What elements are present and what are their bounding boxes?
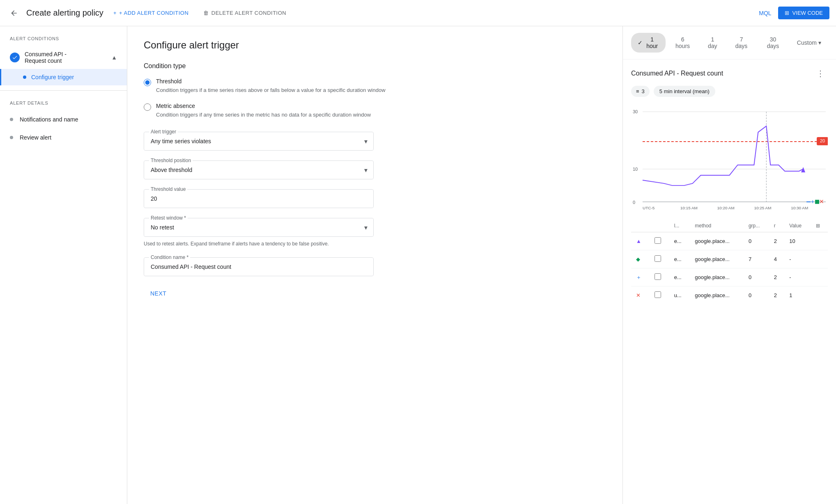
right-panel: ✓ 1 hour 6 hours 1 day 7 days 30 days Cu… bbox=[622, 26, 836, 504]
row-checkbox-2[interactable] bbox=[655, 255, 661, 262]
checkbox-cell bbox=[650, 250, 669, 268]
configure-trigger-label: Configure trigger bbox=[31, 74, 74, 80]
bullet-dot-icon bbox=[10, 118, 13, 121]
alert-trigger-select[interactable]: Any time series violates All time series… bbox=[144, 132, 373, 150]
bullet-dot-icon-2 bbox=[10, 136, 13, 139]
next-button[interactable]: NEXT bbox=[144, 286, 173, 301]
retest-window-select-wrapper: No retest 5 minutes 10 minutes 30 minute… bbox=[144, 218, 373, 236]
add-condition-button[interactable]: + + ADD ALERT CONDITION bbox=[108, 7, 193, 19]
time-bar: ✓ 1 hour 6 hours 1 day 7 days 30 days Cu… bbox=[623, 26, 836, 60]
minibar-cell bbox=[811, 232, 828, 250]
condition-type-radio-group: Threshold Condition triggers if a time s… bbox=[144, 78, 606, 119]
checkbox-cell bbox=[650, 268, 669, 286]
method-cell: google.place... bbox=[690, 232, 744, 250]
condition-name-wrapper: Condition name * bbox=[144, 257, 374, 276]
sidebar-item-configure-trigger[interactable]: Configure trigger bbox=[0, 69, 127, 85]
threshold-option: Threshold Condition triggers if a time s… bbox=[144, 78, 606, 94]
threshold-position-field: Threshold position Above threshold Below… bbox=[144, 160, 374, 179]
time-btn-30days[interactable]: 30 days bbox=[757, 33, 789, 53]
svg-text:10:20 AM: 10:20 AM bbox=[717, 206, 735, 210]
check-circle-icon bbox=[10, 53, 20, 62]
alert-trigger-wrapper: Alert trigger Any time series violates A… bbox=[144, 132, 374, 151]
svg-text:+: + bbox=[811, 198, 814, 205]
alert-trigger-field: Alert trigger Any time series violates A… bbox=[144, 132, 374, 151]
interval-button[interactable]: 5 min interval (mean) bbox=[654, 86, 715, 97]
grp-cell: 7 bbox=[744, 250, 769, 268]
r-cell: 2 bbox=[769, 268, 785, 286]
chart-menu-button[interactable]: ⋮ bbox=[813, 68, 828, 79]
th-value: Value bbox=[784, 220, 811, 232]
retest-window-select[interactable]: No retest 5 minutes 10 minutes 30 minute… bbox=[144, 218, 373, 236]
time-btn-1day[interactable]: 1 day bbox=[700, 33, 726, 53]
time-btn-1hour[interactable]: ✓ 1 hour bbox=[631, 33, 666, 53]
value-cell: 10 bbox=[784, 232, 811, 250]
plus-icon: + bbox=[113, 10, 117, 16]
l-cell: e... bbox=[669, 268, 690, 286]
alert-conditions-label: ALERT CONDITIONS bbox=[0, 36, 127, 46]
svg-text:20: 20 bbox=[820, 138, 825, 143]
legend-icon: ≡ bbox=[636, 88, 639, 94]
threshold-label: Threshold bbox=[156, 78, 386, 85]
check-icon: ✓ bbox=[638, 39, 643, 46]
r-cell: 2 bbox=[769, 286, 785, 305]
time-btn-7days[interactable]: 7 days bbox=[727, 33, 756, 53]
content-area: Configure alert trigger Condition type T… bbox=[127, 26, 622, 504]
th-method: method bbox=[690, 220, 744, 232]
mql-link[interactable]: MQL bbox=[759, 10, 771, 16]
chart-svg: 30 10 0 20 bbox=[631, 103, 828, 218]
sidebar: ALERT CONDITIONS Consumed API - Request … bbox=[0, 26, 127, 504]
row-checkbox[interactable] bbox=[655, 237, 661, 244]
table-row: ▲ e... google.place... 0 2 10 bbox=[631, 232, 828, 250]
th-grp: grp... bbox=[744, 220, 769, 232]
diamond-icon: ◆ bbox=[636, 256, 640, 262]
minibar-cell bbox=[811, 286, 828, 305]
series-icon-cell: ✕ bbox=[631, 286, 650, 305]
time-btn-custom[interactable]: Custom ▾ bbox=[790, 36, 828, 49]
view-code-button[interactable]: ⊞ VIEW CODE bbox=[778, 7, 829, 19]
page-title: Create alerting policy bbox=[26, 8, 103, 18]
plus-icon: ＋ bbox=[636, 274, 641, 280]
legend-button[interactable]: ≡ 3 bbox=[631, 86, 650, 97]
sidebar-item-consumed-api[interactable]: Consumed API - Request count ▲ bbox=[0, 46, 127, 69]
row-checkbox-4[interactable] bbox=[655, 291, 661, 298]
notifications-label: Notifications and name bbox=[20, 116, 78, 123]
alert-trigger-select-wrapper: Any time series violates All time series… bbox=[144, 132, 373, 150]
threshold-value-input[interactable] bbox=[144, 190, 373, 208]
back-button[interactable] bbox=[7, 6, 21, 21]
l-cell: e... bbox=[669, 250, 690, 268]
delete-condition-button[interactable]: 🗑 DELETE ALERT CONDITION bbox=[198, 7, 291, 19]
condition-name-input[interactable] bbox=[144, 258, 373, 276]
svg-text:✕: ✕ bbox=[819, 198, 824, 205]
th-chart: ⊞ bbox=[811, 220, 828, 232]
svg-text:10:15 AM: 10:15 AM bbox=[680, 206, 698, 210]
minibar-cell bbox=[811, 268, 828, 286]
threshold-radio[interactable] bbox=[144, 79, 151, 86]
svg-text:10:25 AM: 10:25 AM bbox=[754, 206, 771, 210]
threshold-position-select[interactable]: Above threshold Below threshold bbox=[144, 161, 373, 179]
checkbox-cell bbox=[650, 286, 669, 305]
checkbox-cell bbox=[650, 232, 669, 250]
metric-absence-option-text: Metric absence Condition triggers if any… bbox=[156, 103, 371, 119]
method-cell: google.place... bbox=[690, 268, 744, 286]
dropdown-arrow-icon: ▾ bbox=[818, 39, 821, 46]
threshold-value-wrapper: Threshold value bbox=[144, 189, 374, 208]
l-cell: e... bbox=[669, 232, 690, 250]
svg-text:10:30 AM: 10:30 AM bbox=[791, 206, 808, 210]
table-row: ✕ u... google.place... 0 2 1 bbox=[631, 286, 828, 305]
x-icon: ✕ bbox=[636, 292, 641, 298]
table-row: ＋ e... google.place... 0 2 - bbox=[631, 268, 828, 286]
metric-absence-label: Metric absence bbox=[156, 103, 371, 109]
code-icon: ⊞ bbox=[785, 10, 789, 16]
metric-absence-radio[interactable] bbox=[144, 103, 151, 111]
sidebar-item-notifications[interactable]: Notifications and name bbox=[0, 110, 127, 128]
series-icon-cell: ◆ bbox=[631, 250, 650, 268]
time-btn-6hours[interactable]: 6 hours bbox=[667, 33, 698, 53]
table-header-row: l... method grp... r Value ⊞ bbox=[631, 220, 828, 232]
l-cell: u... bbox=[669, 286, 690, 305]
grp-cell: 0 bbox=[744, 268, 769, 286]
th-l: l... bbox=[669, 220, 690, 232]
review-label: Review alert bbox=[20, 134, 51, 141]
row-checkbox-3[interactable] bbox=[655, 273, 661, 280]
threshold-position-label: Threshold position bbox=[149, 158, 193, 163]
sidebar-item-review[interactable]: Review alert bbox=[0, 128, 127, 147]
